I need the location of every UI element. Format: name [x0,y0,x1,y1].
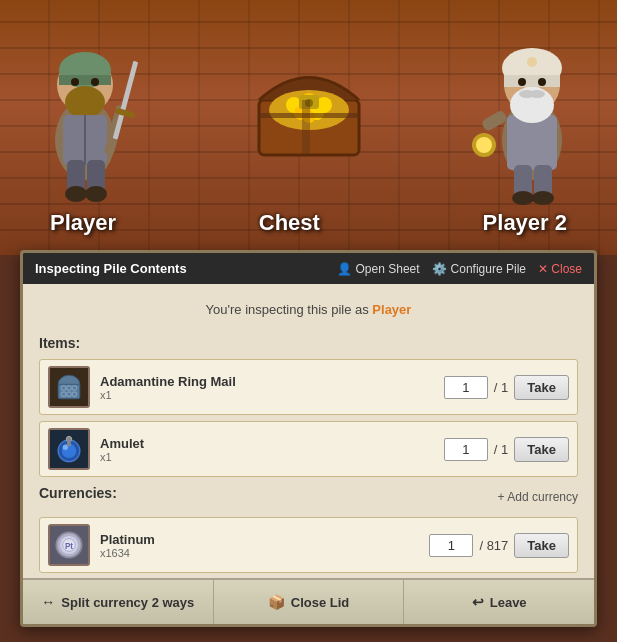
item-icon-amulet [48,428,90,470]
player1-character [15,20,155,210]
svg-rect-61 [67,439,71,446]
svg-point-39 [529,90,545,98]
panel-header: Inspecting Pile Contents 👤 Open Sheet ⚙️… [23,253,594,284]
svg-point-45 [512,191,534,205]
currencies-header: Currencies: + Add currency [39,485,578,509]
close-lid-label: Close Lid [291,595,350,610]
split-label: Split currency 2 ways [61,595,194,610]
chest-close-icon: 📦 [268,594,285,610]
svg-rect-28 [302,100,310,155]
leave-icon: ↩ [472,594,484,610]
item-qty-input[interactable] [444,438,488,461]
svg-point-42 [476,137,492,153]
svg-point-15 [85,186,107,202]
item-row: Adamantine Ring Mail x1 / 1 Take [39,359,578,415]
item-row: Amulet x1 / 1 Take [39,421,578,477]
item-take-btn[interactable]: Take [514,437,569,462]
split-currency-btn[interactable]: ↔ Split currency 2 ways [23,580,214,624]
svg-point-5 [71,78,79,86]
currency-total: / 817 [479,538,508,553]
item-controls: / 1 Take [444,437,569,462]
svg-rect-30 [507,115,557,170]
open-sheet-btn[interactable]: 👤 Open Sheet [337,262,420,276]
item-qty: x1 [100,451,434,463]
panel-body: You're inspecting this pile as Player It… [23,284,594,591]
currency-qty-input[interactable] [429,534,473,557]
currency-controls: / 817 Take [429,533,569,558]
panel-title: Inspecting Pile Contents [35,261,187,276]
svg-point-46 [532,191,554,205]
svg-point-6 [91,78,99,86]
item-name: Amulet [100,436,434,451]
item-info: Amulet x1 [100,436,434,463]
item-info: Adamantine Ring Mail x1 [100,374,434,401]
svg-rect-10 [113,61,139,140]
item-controls: / 1 Take [444,375,569,400]
item-icon-ring-mail [48,366,90,408]
svg-point-36 [518,78,526,86]
items-section-label: Items: [39,335,578,351]
player2-label: Player 2 [483,210,567,236]
svg-text:Pt: Pt [65,542,73,551]
chest-label: Chest [259,210,320,236]
leave-label: Leave [490,595,527,610]
item-total: / 1 [494,442,508,457]
add-currency-btn[interactable]: + Add currency [498,490,578,504]
player1-label: Player [50,210,116,236]
currency-row: Pt Platinum x1634 / 817 Take [39,517,578,573]
svg-point-4 [65,86,105,118]
close-lid-btn[interactable]: 📦 Close Lid [214,580,405,624]
currency-take-btn[interactable]: Take [514,533,569,558]
split-icon: ↔ [41,594,55,610]
svg-point-37 [538,78,546,86]
configure-pile-btn[interactable]: ⚙️ Configure Pile [432,262,526,276]
svg-point-34 [527,57,537,67]
inspect-notice: You're inspecting this pile as Player [39,296,578,323]
chest-object [244,30,374,170]
leave-btn[interactable]: ↩ Leave [404,580,594,624]
svg-rect-3 [59,75,111,85]
header-actions: 👤 Open Sheet ⚙️ Configure Pile ✕ Close [337,262,582,276]
item-take-btn[interactable]: Take [514,375,569,400]
item-qty: x1 [100,389,434,401]
settings-icon: ⚙️ [432,262,447,276]
scene-labels: Player Chest Player 2 [0,210,617,236]
x-icon: ✕ [538,262,548,276]
player2-character [462,20,602,210]
bottom-toolbar: ↔ Split currency 2 ways 📦 Close Lid ↩ Le… [23,578,594,624]
currency-icon-platinum: Pt [48,524,90,566]
currency-info: Platinum x1634 [100,532,419,559]
currency-qty: x1634 [100,547,419,559]
currency-name: Platinum [100,532,419,547]
item-qty-input[interactable] [444,376,488,399]
panel-close-btn[interactable]: ✕ Close [538,262,582,276]
svg-rect-33 [504,75,560,87]
item-name: Adamantine Ring Mail [100,374,434,389]
inspect-panel: Inspecting Pile Contents 👤 Open Sheet ⚙️… [20,250,597,627]
item-total: / 1 [494,380,508,395]
currencies-section-label: Currencies: [39,485,117,501]
scene-background: Player Chest Player 2 [0,0,617,255]
person-icon: 👤 [337,262,352,276]
player-link[interactable]: Player [372,302,411,317]
svg-point-14 [65,186,87,202]
